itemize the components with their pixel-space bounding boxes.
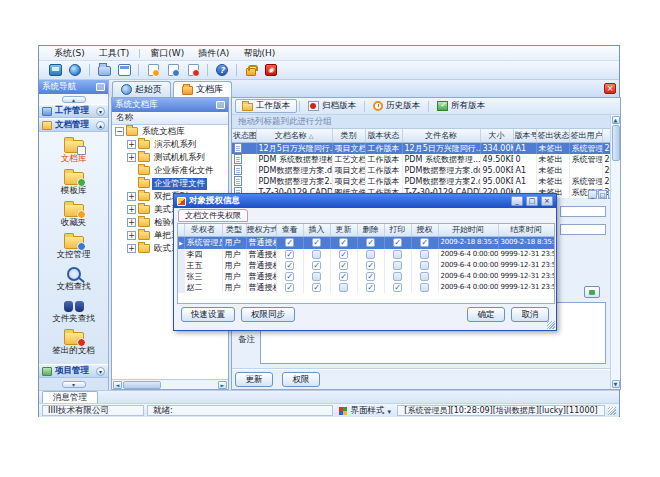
- layout-button[interactable]: [115, 62, 133, 78]
- collapse-up-button[interactable]: [62, 96, 86, 103]
- ok-button[interactable]: 确定: [467, 307, 505, 322]
- checkbox-checked[interactable]: [420, 238, 429, 247]
- scroll-right-icon[interactable]: [218, 381, 227, 389]
- checkbox-unchecked[interactable]: [312, 250, 321, 259]
- workspace-button[interactable]: [46, 62, 64, 78]
- expander-icon[interactable]: −: [115, 127, 124, 136]
- checkbox-checked[interactable]: [312, 238, 321, 247]
- menu-item[interactable]: 插件(A): [191, 47, 236, 60]
- maximize-icon[interactable]: [526, 196, 538, 206]
- update-button[interactable]: 更新: [235, 372, 273, 387]
- collapse-down-button[interactable]: [62, 381, 86, 388]
- column-header[interactable]: 大小: [480, 129, 513, 142]
- column-header[interactable]: 开始时间: [438, 224, 498, 236]
- checkbox-checked[interactable]: [339, 238, 348, 247]
- table-row[interactable]: PDM数据整理方案2.doc项目文档工作版本PDM数据整理方案2.doc95.0…: [232, 176, 612, 187]
- column-header[interactable]: 插入: [303, 224, 330, 236]
- section-toggle-icon[interactable]: [96, 121, 105, 130]
- expander-icon[interactable]: +: [127, 244, 136, 253]
- expander-icon[interactable]: +: [127, 218, 136, 227]
- version-tab[interactable]: 所有版本: [431, 99, 491, 113]
- scroll-up-icon[interactable]: [612, 116, 620, 124]
- expander-icon[interactable]: +: [127, 192, 136, 201]
- pin-icon[interactable]: [216, 101, 225, 109]
- section-toggle-icon[interactable]: [96, 107, 105, 116]
- checkbox-unchecked[interactable]: [393, 250, 402, 259]
- sidebar-section[interactable]: 项目管理: [39, 364, 108, 378]
- tree-node[interactable]: 企业标准化文件: [112, 164, 228, 177]
- sidebar-item-folder-template[interactable]: 模板库: [41, 166, 107, 198]
- tree-node[interactable]: −系统文档库: [112, 125, 228, 138]
- column-header[interactable]: 查看: [276, 224, 303, 236]
- checkbox-checked[interactable]: [339, 272, 348, 281]
- tab-start[interactable]: 起始页: [112, 81, 171, 97]
- version-tab[interactable]: 工作版本: [235, 99, 297, 113]
- tree-column-header[interactable]: 名称: [112, 112, 228, 125]
- checkbox-unchecked[interactable]: [420, 283, 429, 292]
- column-header[interactable]: 结束时间: [498, 224, 554, 236]
- column-header[interactable]: 文件名称: [402, 129, 480, 142]
- minimize-icon[interactable]: [588, 190, 597, 199]
- checkbox-checked[interactable]: [285, 272, 294, 281]
- scroll-left-icon[interactable]: [113, 381, 122, 389]
- quick-setup-button[interactable]: 快速设置: [181, 307, 235, 322]
- tab-lib[interactable]: 文档库: [173, 81, 232, 97]
- checkbox-checked[interactable]: [285, 283, 294, 292]
- table-row[interactable]: PDM 系统数据整理检...工艺文档工作版本PDM 系统数据整理...49.50…: [232, 154, 612, 165]
- checkbox-checked[interactable]: [312, 261, 321, 270]
- tab-folder-permissions[interactable]: 文档文件夹权限: [178, 209, 248, 222]
- checkbox-checked[interactable]: [339, 250, 348, 259]
- checkbox-checked[interactable]: [366, 261, 375, 270]
- resize-grip[interactable]: [547, 321, 555, 329]
- ui-style-dropdown[interactable]: 界面样式: [336, 405, 394, 416]
- sidebar-section[interactable]: 文档管理: [39, 118, 108, 132]
- tree-node[interactable]: +演示机系列: [112, 138, 228, 151]
- permission-button[interactable]: 权限: [282, 372, 320, 387]
- column-header[interactable]: 授权: [411, 224, 438, 236]
- checkbox-unchecked[interactable]: [420, 272, 429, 281]
- checkbox-checked[interactable]: [339, 261, 348, 270]
- grid-row[interactable]: 王五用户普通授权2009-6-4 0:00:009999-12-31 23:59…: [178, 260, 554, 271]
- maximize-icon[interactable]: [598, 190, 607, 199]
- sidebar-item-folder-checkout[interactable]: 签出的文档: [41, 326, 107, 358]
- pin-icon[interactable]: [96, 83, 105, 91]
- detail-field[interactable]: [560, 206, 606, 217]
- lock-button[interactable]: [242, 62, 260, 78]
- section-toggle-icon[interactable]: [96, 367, 105, 376]
- cancel-button[interactable]: 取消: [511, 307, 549, 322]
- column-header[interactable]: 版本号: [513, 129, 536, 142]
- scroll-down-icon[interactable]: [612, 380, 620, 388]
- menu-item[interactable]: 帮助(H): [236, 47, 282, 60]
- grid-row[interactable]: 赵二用户普通授权2009-6-4 0:00:009999-12-31 23:59…: [178, 282, 554, 293]
- sidebar-item-folder-doc[interactable]: 文档库: [41, 134, 107, 166]
- tree-node[interactable]: 企业管理文件: [112, 177, 228, 190]
- tree-node[interactable]: +测试机机系列: [112, 151, 228, 164]
- column-header[interactable]: 签出用户: [569, 129, 602, 142]
- sidebar-item-folder-control[interactable]: 文控管理: [41, 230, 107, 262]
- menu-item[interactable]: 系统(S): [47, 47, 92, 60]
- column-header[interactable]: 文档名称: [256, 129, 332, 142]
- column-header[interactable]: 签出状态: [536, 129, 569, 142]
- checkbox-unchecked[interactable]: [420, 261, 429, 270]
- column-header[interactable]: 删除: [357, 224, 384, 236]
- column-header[interactable]: 更新: [330, 224, 357, 236]
- column-header[interactable]: 版本状态: [365, 129, 402, 142]
- grid-row[interactable]: 李四用户普通授权2009-6-4 0:00:009999-12-31 23:59…: [178, 249, 554, 260]
- table-row[interactable]: PDM数据整理方案.doc项目文档工作版本PDM数据整理方案.doc95.00K…: [232, 165, 612, 176]
- version-tab[interactable]: 归档版本: [302, 99, 362, 113]
- expander-icon[interactable]: +: [127, 153, 136, 162]
- expander-icon[interactable]: +: [127, 205, 136, 214]
- checkbox-checked[interactable]: [366, 238, 375, 247]
- message-panel-tab[interactable]: 消息管理: [42, 391, 98, 403]
- close-icon[interactable]: [541, 196, 553, 206]
- menu-item[interactable]: 工具(T): [92, 47, 137, 60]
- browser-button[interactable]: [66, 62, 84, 78]
- sidebar-section[interactable]: 工作管理: [39, 104, 108, 118]
- scrollbar-thumb[interactable]: [123, 381, 161, 389]
- exit-button[interactable]: [262, 62, 280, 78]
- checkbox-checked[interactable]: [285, 250, 294, 259]
- checkbox-checked[interactable]: [285, 238, 294, 247]
- sidebar-item-binoculars[interactable]: 文件夹查找: [41, 294, 107, 326]
- checkbox-unchecked[interactable]: [366, 250, 375, 259]
- expander-icon[interactable]: +: [127, 140, 136, 149]
